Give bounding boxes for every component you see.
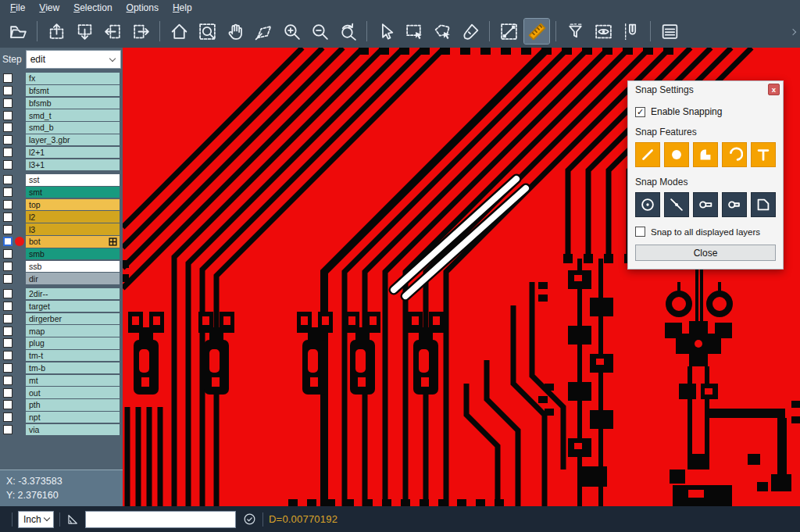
layer-label[interactable]: sst: [26, 174, 120, 186]
layer-visibility-checkbox[interactable]: [3, 135, 12, 145]
zoom-region-button[interactable]: [195, 19, 220, 44]
zoom-polygon-button[interactable]: [251, 19, 276, 44]
toolbar-overflow-icon[interactable]: [791, 27, 795, 36]
select-arrow-button[interactable]: [373, 19, 398, 44]
layer-label[interactable]: tm-t: [26, 350, 120, 362]
close-icon[interactable]: x: [768, 84, 780, 95]
home-view-button[interactable]: [166, 19, 191, 44]
layer-label[interactable]: l2: [26, 211, 120, 223]
layer-label[interactable]: bfsmb: [26, 98, 120, 109]
snap-feature-pad[interactable]: [664, 142, 689, 167]
pan-hand-button[interactable]: [223, 19, 248, 44]
layer-row-out[interactable]: out: [0, 387, 123, 398]
layer-row-dirgerber[interactable]: dirgerber: [0, 313, 123, 325]
enable-snapping-checkbox[interactable]: ✓: [635, 107, 645, 117]
layer-label[interactable]: bot: [26, 236, 120, 248]
layer-row-l2[interactable]: l2: [0, 211, 123, 223]
layer-row-bot[interactable]: bot: [0, 236, 123, 248]
select-polygon-button[interactable]: [430, 19, 455, 44]
layer-row-bfsmt[interactable]: bfsmt: [0, 85, 123, 97]
layer-visibility-checkbox[interactable]: [3, 262, 12, 271]
layer-row-dir[interactable]: dir: [0, 273, 123, 284]
snap-mode-outline[interactable]: [751, 192, 776, 217]
layer-label[interactable]: pth: [26, 399, 120, 411]
layer-label[interactable]: dirgerber: [26, 313, 120, 325]
layer-visibility-checkbox[interactable]: [3, 111, 12, 120]
layer-visibility-checkbox[interactable]: [3, 302, 12, 311]
layer-label[interactable]: dir: [26, 273, 120, 284]
layer-visibility-checkbox[interactable]: [3, 289, 12, 298]
layer-label[interactable]: smd_t: [26, 109, 120, 121]
snap-mode-slot[interactable]: [693, 192, 718, 217]
report-button[interactable]: [657, 19, 682, 44]
layer-row-top[interactable]: top: [0, 199, 123, 211]
layer-row-l3[interactable]: l3: [0, 223, 123, 235]
zoom-out-button[interactable]: [307, 19, 332, 44]
apply-check-icon[interactable]: [242, 512, 257, 527]
layer-label[interactable]: layer_3.gbr: [26, 134, 120, 146]
snap-feature-line[interactable]: [635, 142, 660, 167]
paint-select-button[interactable]: [458, 19, 483, 44]
layer-label[interactable]: smt: [26, 187, 120, 198]
menu-options[interactable]: Options: [120, 1, 166, 15]
layer-label[interactable]: smb: [26, 248, 120, 260]
layer-visibility-checkbox[interactable]: [3, 148, 12, 157]
layer-visibility-checkbox[interactable]: [3, 274, 12, 284]
layer-visibility-checkbox[interactable]: [3, 187, 12, 197]
pan-right-button[interactable]: [128, 19, 153, 44]
close-button[interactable]: Close: [635, 245, 776, 261]
layer-visibility-checkbox[interactable]: [3, 225, 12, 234]
layer-row-l3+1[interactable]: l3+1: [0, 159, 123, 171]
snap-mode-slot-end[interactable]: [722, 192, 747, 217]
snap-mode-center[interactable]: [635, 192, 660, 217]
menu-selection[interactable]: Selection: [66, 1, 119, 15]
layer-row-sst[interactable]: sst: [0, 174, 123, 186]
pan-left-button[interactable]: [100, 19, 125, 44]
menu-view[interactable]: View: [32, 1, 66, 15]
layer-visibility-checkbox[interactable]: [3, 160, 12, 170]
zoom-in-button[interactable]: [279, 19, 304, 44]
layer-visibility-checkbox[interactable]: [3, 200, 12, 209]
layer-label[interactable]: bfsmt: [26, 85, 120, 97]
command-input[interactable]: [85, 511, 236, 528]
pan-down-button[interactable]: [72, 19, 97, 44]
step-select[interactable]: edit: [26, 50, 121, 69]
layer-row-via[interactable]: via: [0, 424, 123, 436]
layer-label[interactable]: 2dir--: [26, 288, 120, 300]
layer-row-pth[interactable]: pth: [0, 399, 123, 411]
layer-visibility-checkbox[interactable]: [3, 388, 12, 398]
snap-mode-point-on-line[interactable]: [664, 192, 689, 217]
layer-visibility-checkbox[interactable]: [3, 249, 12, 259]
angle-measure-icon[interactable]: [66, 512, 80, 527]
layer-row-smt[interactable]: smt: [0, 187, 123, 198]
layer-row-smd_b[interactable]: smd_b: [0, 122, 123, 134]
layer-visibility-checkbox[interactable]: [3, 237, 12, 246]
layer-visibility-checkbox[interactable]: [3, 175, 12, 184]
all-layers-checkbox[interactable]: [635, 227, 645, 237]
layer-visibility-checkbox[interactable]: [3, 351, 12, 360]
pan-up-button[interactable]: [44, 19, 69, 44]
layer-label[interactable]: out: [26, 387, 120, 398]
snap-feature-arc[interactable]: [722, 142, 747, 167]
measure-ruler-button[interactable]: [524, 19, 549, 44]
snap-magnet-button[interactable]: [619, 19, 644, 44]
layer-label[interactable]: plug: [26, 337, 120, 349]
layer-visibility-checkbox[interactable]: [3, 314, 12, 323]
open-file-button[interactable]: [5, 19, 30, 44]
layer-visibility-checkbox[interactable]: [3, 400, 12, 409]
layer-row-bfsmb[interactable]: bfsmb: [0, 98, 123, 109]
layer-visibility-checkbox[interactable]: [3, 212, 12, 222]
layer-row-layer_3.gbr[interactable]: layer_3.gbr: [0, 134, 123, 146]
layer-row-l2+1[interactable]: l2+1: [0, 147, 123, 159]
unit-select[interactable]: Inch: [18, 511, 54, 528]
layer-label[interactable]: smd_b: [26, 122, 120, 134]
layer-label[interactable]: l3: [26, 223, 120, 235]
layer-label[interactable]: tm-b: [26, 362, 120, 374]
layer-visibility-checkbox[interactable]: [3, 376, 12, 385]
layer-row-ssb[interactable]: ssb: [0, 261, 123, 273]
view-region-button[interactable]: [591, 19, 616, 44]
layer-row-target[interactable]: target: [0, 301, 123, 312]
layer-row-fx[interactable]: fx: [0, 73, 123, 84]
select-rectangle-button[interactable]: [402, 19, 427, 44]
layer-row-tm-t[interactable]: tm-t: [0, 350, 123, 362]
